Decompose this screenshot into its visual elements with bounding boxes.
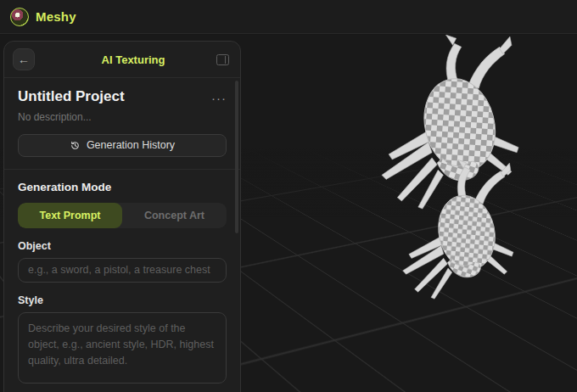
object-input[interactable] — [18, 258, 227, 283]
divider — [4, 169, 240, 170]
panel-body: Untitled Project ··· No description... G… — [4, 78, 240, 392]
generation-mode-tabs: Text Prompt Concept Art — [18, 203, 227, 228]
texture-stripes-icon — [83, 53, 96, 66]
collapse-panel-button[interactable] — [213, 50, 232, 69]
topbar: Meshy — [0, 0, 577, 34]
project-row: Untitled Project ··· — [18, 88, 227, 105]
ai-texturing-panel: ← AI Texturing Untitled Project ··· No d… — [3, 41, 241, 392]
collapse-panel-icon — [216, 54, 229, 65]
tab-text-prompt[interactable]: Text Prompt — [18, 203, 122, 228]
generation-mode-title: Generation Mode — [18, 181, 227, 193]
object-label: Object — [18, 240, 227, 252]
tab-concept-art[interactable]: Concept Art — [122, 203, 227, 228]
panel-title-label: AI Texturing — [102, 53, 165, 66]
back-button[interactable]: ← — [13, 48, 35, 70]
brand-name: Meshy — [36, 9, 76, 24]
project-menu-button[interactable]: ··· — [211, 88, 227, 104]
panel-title: AI Texturing — [83, 53, 165, 66]
history-clock-icon — [70, 140, 81, 151]
style-textarea[interactable] — [18, 312, 227, 384]
meshy-logo-icon[interactable] — [10, 8, 29, 26]
arrow-left-icon: ← — [18, 53, 30, 66]
generation-history-button[interactable]: Generation History — [18, 134, 227, 157]
style-label: Style — [18, 294, 227, 306]
project-title: Untitled Project — [18, 88, 125, 105]
panel-scrollbar[interactable] — [235, 81, 238, 233]
generation-history-label: Generation History — [87, 139, 175, 151]
panel-header: ← AI Texturing — [4, 42, 240, 78]
project-description: No description... — [18, 111, 227, 123]
crab-model-1[interactable] — [382, 35, 518, 209]
